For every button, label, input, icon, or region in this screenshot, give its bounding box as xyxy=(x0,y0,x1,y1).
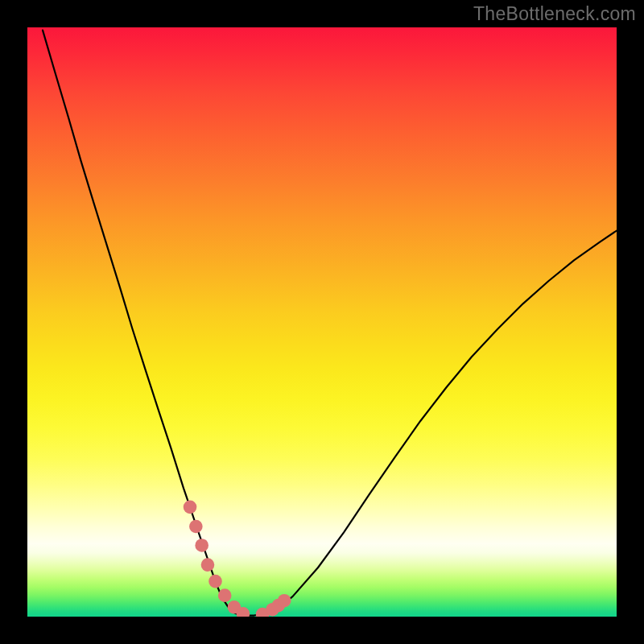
chart-stage: TheBottleneck.com xyxy=(0,0,644,644)
bottleneck-curve-path xyxy=(43,31,617,616)
watermark-label: TheBottleneck.com xyxy=(473,3,636,25)
highlight-dot xyxy=(218,588,232,602)
highlight-dot xyxy=(208,575,222,588)
highlight-dot xyxy=(195,539,208,552)
highlight-dot xyxy=(278,594,291,608)
highlight-dot xyxy=(184,501,197,514)
plot-area xyxy=(27,27,617,617)
bottleneck-curve-svg xyxy=(27,27,617,617)
highlight-dot xyxy=(201,558,215,572)
highlight-dot xyxy=(189,520,203,534)
